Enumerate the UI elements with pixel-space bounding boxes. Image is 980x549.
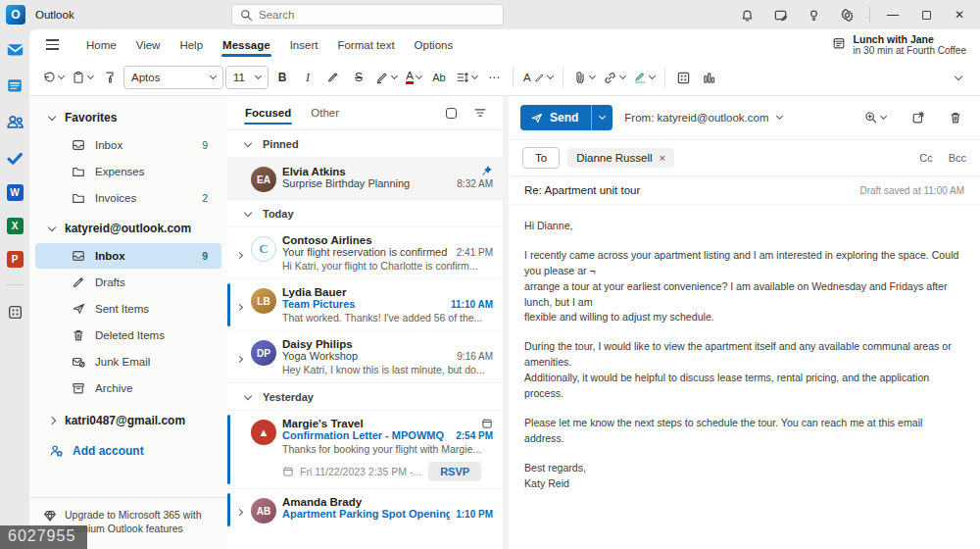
group-header-today[interactable]: Today: [227, 199, 503, 226]
folder-expenses[interactable]: Expenses: [35, 159, 221, 184]
message-row-contoso[interactable]: C Contoso Airlines Your flight reservati…: [227, 226, 503, 278]
reminder-title: Lunch with Jane: [854, 33, 966, 45]
font-name-select[interactable]: Aptos: [123, 66, 223, 89]
toolbar-expand-icon[interactable]: [947, 65, 970, 90]
subject-input[interactable]: Re: Apartment unit tour: [524, 184, 859, 196]
undo-button[interactable]: [39, 65, 67, 90]
word-icon[interactable]: W: [7, 184, 24, 201]
todo-icon[interactable]: [5, 148, 24, 168]
settings-gear-icon[interactable]: [832, 2, 861, 27]
expand-conversation-icon[interactable]: [233, 286, 245, 324]
message-row-amanda[interactable]: AB Amanda Brady Apartment Parking Spot O…: [227, 488, 503, 530]
expand-conversation-icon[interactable]: [233, 338, 245, 375]
folder-sent-items[interactable]: Sent Items: [35, 296, 221, 322]
folder-deleted-items[interactable]: Deleted Items: [35, 323, 221, 348]
from-selector[interactable]: From: katyreid@outlook.com: [624, 112, 781, 124]
apps-icon[interactable]: [5, 302, 24, 322]
zoom-button[interactable]: [857, 105, 894, 130]
line-spacing-button[interactable]: [453, 65, 480, 90]
open-in-new-window-icon[interactable]: [906, 105, 931, 130]
tab-home[interactable]: Home: [76, 33, 126, 57]
email-body-editor[interactable]: Hi Dianne, I recently came across your a…: [509, 204, 980, 519]
feedback-icon[interactable]: [765, 2, 795, 27]
message-row-elvia[interactable]: EA Elvia Atkins Surprise Birthday Planni…: [227, 157, 503, 199]
folder-inbox-selected[interactable]: Inbox 9: [35, 243, 221, 269]
maximize-icon[interactable]: [911, 2, 941, 27]
powerpoint-icon[interactable]: P: [7, 251, 24, 268]
tab-focused[interactable]: Focused: [237, 99, 299, 126]
remove-recipient-icon[interactable]: ×: [660, 152, 665, 164]
favorites-section-header[interactable]: Favorites: [29, 104, 227, 131]
expand-conversation-icon[interactable]: [233, 496, 245, 524]
add-account-button[interactable]: Add account: [29, 434, 227, 467]
reminder-subtitle: in 30 min at Fourth Coffee: [854, 45, 966, 56]
group-label: Pinned: [263, 138, 299, 150]
send-button[interactable]: Send: [520, 105, 612, 130]
message-row-margie[interactable]: ▲ Margie's Travel Confirmation Letter - …: [227, 410, 503, 488]
strikethrough-button[interactable]: S: [347, 65, 370, 90]
discard-trash-icon[interactable]: [943, 105, 968, 130]
notifications-bell-icon[interactable]: [732, 2, 761, 27]
group-header-pinned[interactable]: Pinned: [227, 129, 503, 157]
search-input[interactable]: [259, 9, 495, 21]
tab-options[interactable]: Options: [405, 33, 464, 57]
group-header-yesterday[interactable]: Yesterday: [227, 382, 503, 410]
to-button[interactable]: To: [522, 147, 560, 169]
filter-icon[interactable]: [467, 100, 493, 125]
folder-favorites-inbox[interactable]: Inbox 9: [35, 132, 221, 158]
hamburger-menu-icon[interactable]: [39, 34, 65, 56]
send-options-chevron[interactable]: [591, 105, 612, 130]
paste-clipboard-button[interactable]: [69, 65, 96, 90]
attach-file-button[interactable]: [570, 65, 598, 90]
compose-pane: Send From: katyreid@outlook.com: [509, 96, 980, 549]
subject-row[interactable]: Re: Apartment unit tour Draft saved at 1…: [509, 175, 980, 204]
signature-button[interactable]: [630, 65, 658, 90]
account-outlook-header[interactable]: katyreid@outlook.com: [29, 215, 227, 242]
folder-invoices[interactable]: Invoices 2: [35, 185, 221, 211]
folder-junk-email[interactable]: Junk Email: [35, 349, 221, 374]
tab-insert[interactable]: Insert: [280, 33, 328, 57]
excel-icon[interactable]: X: [7, 218, 24, 234]
italic-button[interactable]: I: [296, 65, 319, 90]
rsvp-button[interactable]: RSVP: [428, 462, 481, 481]
send-label: Send: [550, 111, 578, 125]
calendar-icon[interactable]: [5, 75, 24, 95]
close-icon[interactable]: ✕: [945, 2, 974, 27]
select-messages-icon[interactable]: [438, 100, 464, 125]
format-painter-icon[interactable]: [98, 65, 122, 90]
tips-bulb-icon[interactable]: [799, 2, 828, 27]
tab-help[interactable]: Help: [170, 33, 213, 57]
meeting-reminder[interactable]: Lunch with Jane in 30 min at Fourth Coff…: [832, 33, 966, 56]
search-bar[interactable]: [231, 4, 504, 25]
expand-conversation-icon[interactable]: [233, 234, 245, 272]
bold-button[interactable]: B: [270, 65, 294, 90]
people-icon[interactable]: [5, 112, 24, 131]
insert-link-button[interactable]: [600, 65, 628, 90]
tab-message[interactable]: Message: [213, 33, 280, 57]
tab-view[interactable]: View: [126, 33, 171, 57]
account-gmail-header[interactable]: katri0487@gmail.com: [29, 407, 227, 434]
cc-button[interactable]: Cc: [919, 152, 932, 164]
underline-brush-icon[interactable]: [321, 65, 345, 90]
minimize-icon[interactable]: —: [878, 2, 907, 27]
tab-other[interactable]: Other: [303, 99, 347, 126]
insert-table-button[interactable]: [672, 65, 696, 90]
message-row-daisy[interactable]: DP Daisy Philips Yoga Workshop 9:16 AM H…: [227, 330, 503, 382]
clear-formatting-button[interactable]: Ab: [427, 65, 451, 90]
mail-icon[interactable]: [5, 39, 24, 59]
message-row-lydia[interactable]: LB Lydia Bauer Team Pictures 11:10 AM Th…: [227, 278, 503, 330]
font-size-select[interactable]: 11: [225, 66, 269, 89]
folder-drafts[interactable]: Drafts: [35, 270, 221, 295]
folder-icon: [71, 191, 86, 205]
bcc-button[interactable]: Bcc: [949, 152, 966, 164]
highlight-button[interactable]: [372, 65, 400, 90]
more-options-button[interactable]: ⋯: [482, 65, 506, 90]
insert-chart-button[interactable]: [698, 65, 721, 90]
font-color-button[interactable]: A: [402, 65, 425, 90]
message-time: 1:10 PM: [456, 509, 493, 520]
tab-format-text[interactable]: Format text: [327, 33, 404, 57]
recipient-chip[interactable]: Dianne Russell ×: [567, 148, 674, 168]
styles-button[interactable]: A: [520, 65, 556, 90]
folder-archive[interactable]: Archive: [35, 375, 221, 401]
account-email: katyreid@outlook.com: [65, 222, 191, 235]
